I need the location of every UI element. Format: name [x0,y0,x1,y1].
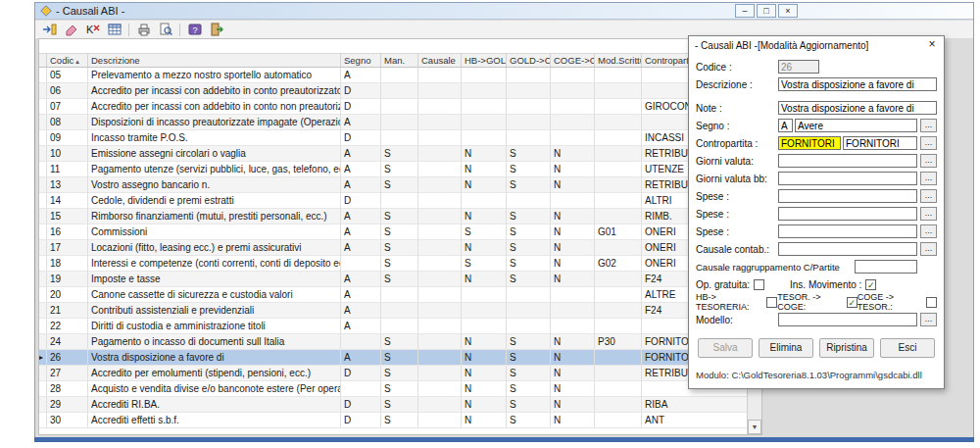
cell-gold-co [507,287,551,302]
cell-hb-gold: N [462,334,507,349]
header-mod-scrittur[interactable]: Mod.Scrittur [595,54,642,67]
modello-lookup-button[interactable]: ... [920,313,937,326]
segno-lookup-button[interactable]: ... [920,119,937,132]
cell-codice: 15 [47,209,88,224]
table-row[interactable]: 17 Locazioni (fitto, leasing ecc.) e pre… [39,240,747,256]
table-row[interactable]: 14 Cedole, dividendi e premi estratti D … [39,193,747,209]
header-coge-go[interactable]: COGE->GO [551,54,595,67]
descrizione-field[interactable]: Vostra disposizione a favore di [778,77,937,91]
ripristina-button[interactable]: Ripristina [819,338,874,358]
cell-gold-co: S [507,272,551,286]
header-descrizione[interactable]: Descrizione [88,54,341,67]
table-row[interactable]: 21 Contributi assistenziali e previdenzi… [39,303,747,319]
table-row[interactable]: 10 Emissione assegni circolari o vaglia … [39,146,747,162]
coge-tesor-checkbox[interactable] [926,297,937,308]
insert-record-button[interactable] [39,22,60,38]
table-row[interactable]: 20 Canone cassette di sicurezza e custod… [39,287,747,303]
cell-causale [418,224,462,239]
table-row[interactable]: 07 Accredito per incassi con addebito in… [39,99,747,115]
table-row[interactable]: 19 Imposte e tasse A S N S N F24 [39,272,747,287]
table-row[interactable]: 30 Accrediti effetti s.b.f. D S N S N AN… [39,413,747,428]
cell-hb-gold: N [462,146,507,161]
cell-hb-gold: N [462,240,507,255]
bottom-accent-strip [34,437,974,442]
tesor-coge-checkbox[interactable]: ✓ [847,297,858,308]
table-row[interactable]: 22 Diritti di custodia e amministrazione… [39,319,747,334]
table-row[interactable]: 28 Acquisto e vendita divise e/o bancono… [39,381,747,397]
cell-coge-go: N [551,240,595,255]
header-gold-co[interactable]: GOLD->CO [507,54,551,67]
table-row[interactable]: 16 Commissioni A S S S N G01 ONERI [39,224,747,240]
cell-descrizione: Accrediti effetti s.b.f. [88,413,341,427]
header-man[interactable]: Man. [381,54,418,67]
modello-field[interactable] [778,313,917,326]
spese3-lookup-button[interactable]: ... [920,224,937,238]
giorni-valuta-lookup-button[interactable]: ... [920,154,937,168]
header-causale[interactable]: Causale [418,54,462,67]
elimina-button[interactable]: Elimina [759,338,813,358]
table-row[interactable]: 13 Vostro assegno bancario n. A S N S N … [39,177,747,193]
erase-button[interactable] [61,22,81,38]
segno-desc-field[interactable]: Avere [795,119,917,132]
cell-causale [418,397,462,412]
cell-gold-co: S [507,256,551,271]
esci-button[interactable]: Esci [880,338,935,358]
row-marker [39,334,47,349]
header-codice[interactable]: Codic▴ [47,54,88,67]
minimize-button[interactable]: – [735,4,755,18]
note-field[interactable]: Vostra disposizione a favore di [778,101,937,115]
table-row[interactable]: 05 Prelevamento a mezzo nostro sportello… [39,68,747,83]
dialog-close-icon[interactable]: × [923,37,941,52]
table-row[interactable]: 11 Pagamento utenze (servizi pubblici, l… [39,162,747,177]
close-button[interactable]: × [778,4,798,18]
causale-contab-lookup-button[interactable]: ... [920,242,937,256]
table-row[interactable]: 06 Accredito per incassi con addebito in… [39,83,747,99]
scroll-down-icon[interactable]: ▼ [748,420,761,434]
causale-contab-field[interactable] [778,242,917,256]
help-button[interactable]: ? [184,22,205,38]
maximize-button[interactable]: □ [757,4,776,18]
cell-causale [418,350,462,365]
table-row[interactable]: 29 Accrediti RI.BA. D S N S N RIBA [39,397,747,413]
cell-descrizione: Canone cassette di sicurezza e custodia … [88,287,341,302]
spese2-lookup-button[interactable]: ... [920,207,937,221]
salva-button[interactable]: Salva [698,338,753,358]
table-row[interactable]: 18 Interessi e competenze (conti corrent… [39,256,747,272]
grid-view-button[interactable] [104,22,124,38]
spese2-field[interactable] [778,207,917,221]
giorni-valuta-bb-field[interactable] [778,172,917,185]
delete-record-button[interactable]: K [82,22,103,38]
spese1-lookup-button[interactable]: ... [920,189,937,203]
giorni-valuta-bb-lookup-button[interactable]: ... [920,172,937,185]
cell-coge-go: N [551,146,595,161]
spese3-field[interactable] [778,224,917,238]
segno-code-field[interactable]: A [778,119,793,132]
header-hb-gold[interactable]: HB->GOLD [462,54,507,67]
spese1-field[interactable] [778,189,917,203]
cell-gold-co: S [507,381,551,396]
cell-gold-co [507,303,551,318]
contropartita-desc-field[interactable]: FORNITORI [843,136,917,150]
table-row[interactable]: 08 Disposizioni di incasso preautorizzat… [39,115,747,130]
contropartita-code-field[interactable]: FORNITORI [778,136,841,150]
exit-button[interactable] [206,22,226,38]
print-preview-button[interactable] [155,22,175,38]
table-row[interactable]: 24 Pagamento o incasso di documenti sull… [39,334,747,350]
table-row[interactable]: 15 Rimborso finanziamenti (mutui, presti… [39,209,747,224]
print-button[interactable] [133,22,154,38]
header-segno[interactable]: Segno [341,54,381,67]
table-row[interactable]: 09 Incasso tramite P.O.S. D INCASSI [39,130,747,146]
cell-gold-co [507,193,551,208]
cell-codice: 05 [47,68,88,82]
table-row[interactable]: 27 Accredito per emolumenti (stipendi, p… [39,366,747,381]
hb-tesoreria-checkbox[interactable] [766,297,777,308]
causale-raggruppamento-field[interactable] [855,260,917,274]
row-marker [39,193,47,208]
contropartita-lookup-button[interactable]: ... [920,136,937,150]
cell-gold-co [507,130,551,145]
giorni-valuta-field[interactable] [778,154,917,168]
op-gratuita-checkbox[interactable] [754,279,764,290]
cell-man: S [381,413,418,427]
table-row[interactable]: ▸ 26 Vostra disposizione a favore di A S… [39,350,747,366]
ins-movimento-checkbox[interactable]: ✓ [865,279,876,290]
